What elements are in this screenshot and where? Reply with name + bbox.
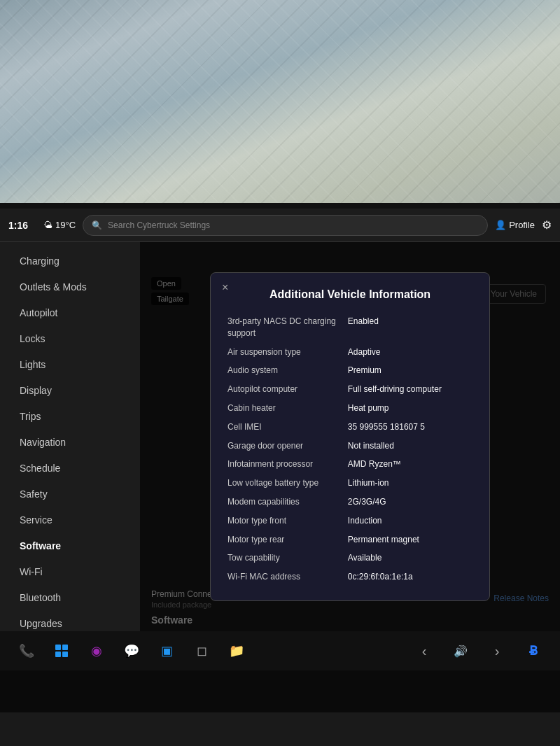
dialog-close-button[interactable]: × [222,281,228,294]
taskbar-right: ‹ 🔊 › Ƀ [412,638,546,663]
table-row: Tow capability Available [225,549,475,568]
table-label: Garage door opener [225,437,345,456]
taskbar-left: 📞 ◉ 💬 ▣ ◻ 📁 [14,638,249,663]
search-icon: 🔍 [92,220,102,230]
table-row: 3rd-party NACS DC charging support Enabl… [225,312,475,343]
table-value: Lithium-ion [345,474,475,493]
weather-icon: 🌤 [43,220,52,230]
topbar-weather: 🌤 19°C [43,220,76,230]
phone-icon-button[interactable]: 📞 [14,638,39,663]
table-value: AMD Ryzen™ [345,455,475,474]
svg-rect-0 [55,645,61,650]
tesla-screen: 1:16 🌤 19°C 🔍 Search Cybertruck Settings… [0,209,560,670]
table-row: Infotainment processor AMD Ryzen™ [225,455,475,474]
sidebar-item-upgrades[interactable]: Upgrades [6,611,134,631]
sidebar-item-locks[interactable]: Locks [6,326,134,351]
table-value: 2G/3G/4G [345,493,475,512]
circle-app-icon-button[interactable]: ◉ [84,638,109,663]
table-label: Wi-Fi MAC address [225,568,345,586]
profile-label: Profile [509,220,535,230]
table-row: Motor type rear Permanent magnet [225,530,475,549]
table-label: 3rd-party NACS DC charging support [225,312,345,343]
table-row: Modem capabilities 2G/3G/4G [225,493,475,512]
sidebar-item-display[interactable]: Display [6,378,134,403]
table-label: Cell IMEI [225,418,345,437]
svg-rect-2 [55,652,61,657]
table-value: Adaptive [345,343,475,362]
table-value bold-val: Permanent magnet [345,530,475,549]
table-row: Low voltage battery type Lithium-ion [225,474,475,493]
table-row: Garage door opener Not installed [225,437,475,456]
sidebar-item-lights[interactable]: Lights [6,352,134,377]
table-row: Audio system Premium [225,361,475,380]
apps-grid-icon [54,643,69,659]
topbar-time: 1:16 [8,220,36,231]
table-label: Tow capability [225,549,345,568]
info-table: 3rd-party NACS DC charging support Enabl… [225,312,475,586]
table-value: Full self-driving computer [345,380,475,399]
search-placeholder: Search Cybertruck Settings [108,220,210,230]
folder-icon-button[interactable]: 📁 [224,638,249,663]
table-value: 0c:29:6f:0a:1e:1a [345,568,475,586]
taskbar: 📞 ◉ 💬 ▣ ◻ 📁 ‹ 🔊 › Ƀ [0,631,560,670]
sidebar-item-software[interactable]: Software [6,533,134,558]
sidebar-item-charging[interactable]: Charging [6,248,134,274]
sidebar-item-schedule[interactable]: Schedule [6,456,134,481]
info-table-body: 3rd-party NACS DC charging support Enabl… [225,312,475,586]
nav-left-button[interactable]: ‹ [412,638,437,663]
table-row: Cabin heater Heat pump [225,399,475,418]
sidebar-item-trips[interactable]: Trips [6,404,134,429]
table-label: Motor type rear [225,530,345,549]
table-value: Induction [345,512,475,530]
table-label: Infotainment processor [225,455,345,474]
table-row: Wi-Fi MAC address 0c:29:6f:0a:1e:1a [225,568,475,586]
table-label: Low voltage battery type [225,474,345,493]
sidebar-item-navigation[interactable]: Navigation [6,430,134,455]
table-label: Air suspension type [225,343,345,362]
dialog-title: Additional Vehicle Information [225,287,475,301]
sidebar-item-wifi[interactable]: Wi-Fi [6,559,134,584]
table-label: Cabin heater [225,399,345,418]
table-row: Air suspension type Adaptive [225,343,475,362]
temperature: 19°C [55,220,76,230]
sidebar-item-outlets-mods[interactable]: Outlets & Mods [6,274,134,300]
main-content: Charging Outlets & Mods Autopilot Locks … [0,242,560,631]
table-label: Motor type front [225,512,345,530]
apps-icon-button[interactable] [49,638,74,663]
volume-icon-button[interactable]: 🔊 [448,638,473,663]
table-value: 35 999555 181607 5 [345,418,475,437]
monitor-frame-bottom [0,670,560,712]
additional-info-dialog: × Additional Vehicle Information 3rd-par… [210,272,490,601]
background-area [0,0,560,203]
table-row: Cell IMEI 35 999555 181607 5 [225,418,475,437]
topbar: 1:16 🌤 19°C 🔍 Search Cybertruck Settings… [0,209,560,242]
monitor-frame-top [0,203,560,209]
sidebar-item-service[interactable]: Service [6,507,134,533]
window-icon-button[interactable]: ◻ [189,638,214,663]
table-value: Not installed [345,437,475,456]
nav-right-button[interactable]: › [484,638,510,663]
svg-rect-1 [62,645,68,650]
dialog-overlay: × Additional Vehicle Information 3rd-par… [140,242,560,631]
table-row: Autopilot computer Full self-driving com… [225,380,475,399]
table-value: Available [345,549,475,568]
sidebar-item-safety[interactable]: Safety [6,481,134,507]
sidebar-item-autopilot[interactable]: Autopilot [6,300,134,325]
search-bar[interactable]: 🔍 Search Cybertruck Settings [83,215,488,236]
table-label: Modem capabilities [225,493,345,512]
svg-rect-3 [62,652,68,657]
screen-icon-button[interactable]: ▣ [154,638,179,663]
table-value: Enabled [345,312,475,343]
bluetooth-icon-button[interactable]: Ƀ [521,638,546,663]
main-panel: Open Tailgate Name Your Vehicle × Additi… [140,242,560,631]
profile-button[interactable]: 👤 Profile [495,220,535,230]
table-value: Heat pump [345,399,475,418]
sidebar-item-bluetooth[interactable]: Bluetooth [6,585,134,610]
settings-icon[interactable]: ⚙ [542,218,552,232]
table-value: Premium [345,361,475,380]
table-label: Audio system [225,361,345,380]
chat-icon-button[interactable]: 💬 [119,638,144,663]
profile-icon: 👤 [495,220,506,230]
table-label: Autopilot computer [225,380,345,399]
sidebar: Charging Outlets & Mods Autopilot Locks … [0,242,140,631]
